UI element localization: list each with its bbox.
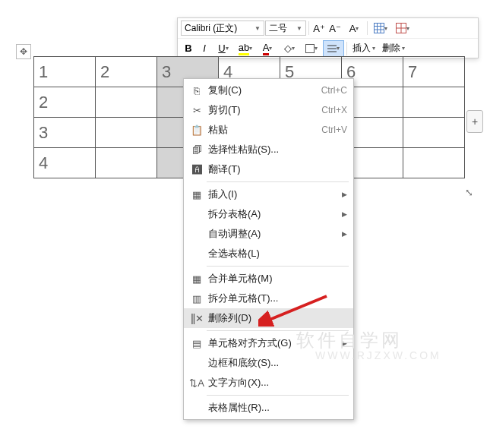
letter-a-icon: A <box>349 23 356 34</box>
plus-icon: + <box>472 115 478 128</box>
bold-button[interactable]: B <box>181 40 196 57</box>
shading-button[interactable]: ◇▾ <box>279 40 300 57</box>
ctx-border-shading[interactable]: 边框和底纹(S)... <box>184 353 353 373</box>
text-direction-icon: ⇅A <box>188 377 205 389</box>
delete-column-icon: ǁ✕ <box>188 313 205 324</box>
font-color-button[interactable]: A▾ <box>257 40 278 57</box>
scissors-icon: ✂ <box>188 105 205 116</box>
add-column-button[interactable]: + <box>466 110 483 133</box>
insert-menu-button[interactable]: 插入▾ <box>349 42 378 55</box>
table-cell[interactable] <box>403 118 465 148</box>
table-delete-icon <box>396 23 406 33</box>
context-separator <box>207 330 349 331</box>
font-color-icon: A <box>263 42 270 55</box>
chevron-down-icon: ▾ <box>384 25 387 32</box>
border-icon <box>305 44 315 53</box>
context-separator <box>207 266 349 267</box>
chevron-down-icon: ▾ <box>372 45 375 52</box>
borders-button[interactable]: ▾ <box>301 40 322 57</box>
chevron-down-icon: ▼ <box>254 25 261 32</box>
chevron-down-icon: ▾ <box>356 25 359 32</box>
svg-rect-0 <box>375 24 384 33</box>
clipboard-special-icon: 🗐 <box>188 144 205 156</box>
svg-line-12 <box>266 296 327 321</box>
move-icon: ✥ <box>20 46 27 57</box>
italic-button[interactable]: I <box>197 40 212 57</box>
mini-toolbar-row-1: Calibri (正文)▼ 二号▼ A⁺ A⁻ A▾ ▾ ▾ <box>178 18 478 38</box>
separator <box>308 21 309 35</box>
chevron-down-icon: ▾ <box>315 45 318 52</box>
table-cell[interactable]: 2 <box>34 87 96 118</box>
floating-mini-toolbar: Calibri (正文)▼ 二号▼ A⁺ A⁻ A▾ ▾ ▾ B I U▾ ab… <box>177 17 479 58</box>
table-cell[interactable] <box>96 148 157 178</box>
chevron-right-icon: ▶ <box>342 230 347 238</box>
separator <box>367 21 368 35</box>
ctx-select-table[interactable]: 全选表格(L) <box>184 244 353 263</box>
ctx-table-properties[interactable]: 表格属性(R)... <box>184 398 353 418</box>
table-cell[interactable]: 7 <box>403 57 465 87</box>
svg-rect-8 <box>306 44 315 52</box>
highlight-button[interactable]: ab▾ <box>235 40 256 57</box>
context-separator <box>207 181 349 182</box>
table-cell[interactable] <box>403 148 465 178</box>
table-insert-dropdown[interactable]: ▾ <box>370 20 391 36</box>
table-delete-dropdown[interactable]: ▾ <box>392 20 413 36</box>
grow-font-button[interactable]: A⁺ <box>311 20 327 36</box>
chevron-down-icon: ▾ <box>337 45 340 52</box>
clipboard-icon: 📋 <box>188 125 205 136</box>
translate-icon: 🅰 <box>188 164 205 175</box>
context-separator <box>207 395 349 396</box>
chevron-right-icon: ▶ <box>342 210 347 218</box>
ctx-text-direction[interactable]: ⇅A 文字方向(X)... <box>184 373 353 393</box>
font-size-value: 二号 <box>269 22 287 35</box>
context-menu: ⎘ 复制(C) Ctrl+C ✂ 剪切(T) Ctrl+X 📋 粘贴 Ctrl+… <box>183 78 354 420</box>
table-cell[interactable] <box>96 87 157 118</box>
chevron-down-icon: ▾ <box>249 45 252 52</box>
ctx-translate[interactable]: 🅰 翻译(T) <box>184 159 353 179</box>
ctx-insert[interactable]: ▦ 插入(I) ▶ <box>184 185 353 204</box>
table-cell[interactable]: 3 <box>34 118 96 148</box>
table-cell[interactable]: 2 <box>96 57 157 87</box>
separator <box>346 42 347 55</box>
paint-bucket-icon: ◇ <box>284 43 292 54</box>
table-icon: ▦ <box>188 189 205 200</box>
align-icon <box>327 45 337 52</box>
chevron-down-icon: ▼ <box>296 25 302 32</box>
chevron-down-icon: ▾ <box>269 45 272 52</box>
chevron-right-icon: ▶ <box>342 191 347 198</box>
chevron-right-icon: ▶ <box>342 339 347 347</box>
underline-button[interactable]: U▾ <box>213 40 234 57</box>
ctx-split-table[interactable]: 拆分表格(A) ▶ <box>184 204 353 224</box>
merge-icon: ▦ <box>188 273 205 285</box>
table-cell[interactable] <box>96 118 157 148</box>
delete-menu-button[interactable]: 删除▾ <box>379 42 408 55</box>
ctx-merge-cells[interactable]: ▦ 合并单元格(M) <box>184 269 353 289</box>
mini-toolbar-row-2: B I U▾ ab▾ A▾ ◇▾ ▾ ▾ 插入▾ 删除▾ <box>178 38 478 58</box>
split-icon: ▥ <box>188 293 205 304</box>
font-name-combo[interactable]: Calibri (正文)▼ <box>181 21 264 36</box>
table-resize-handle[interactable]: ⤡ <box>465 187 473 198</box>
table-icon <box>374 23 384 33</box>
ctx-cell-align[interactable]: ▤ 单元格对齐方式(G) ▶ <box>184 333 353 353</box>
ctx-autofit[interactable]: 自动调整(A) ▶ <box>184 224 353 244</box>
ctx-paste[interactable]: 📋 粘贴 Ctrl+V <box>184 120 353 140</box>
font-name-value: Calibri (正文) <box>185 22 237 35</box>
align-button[interactable]: ▾ <box>323 40 344 57</box>
copy-icon: ⎘ <box>188 85 205 96</box>
ctx-paste-special[interactable]: 🗐 选择性粘贴(S)... <box>184 140 353 159</box>
ctx-copy[interactable]: ⎘ 复制(C) Ctrl+C <box>184 80 353 100</box>
table-move-anchor[interactable]: ✥ <box>16 44 31 59</box>
chevron-down-icon: ▾ <box>406 25 409 32</box>
align-icon: ▤ <box>188 338 205 349</box>
chevron-down-icon: ▾ <box>292 45 295 52</box>
font-style-dropdown[interactable]: A▾ <box>343 20 365 36</box>
ctx-cut[interactable]: ✂ 剪切(T) Ctrl+X <box>184 100 353 120</box>
font-size-combo[interactable]: 二号▼ <box>265 21 306 36</box>
table-cell[interactable]: 1 <box>34 57 96 87</box>
shrink-font-button[interactable]: A⁻ <box>327 20 343 36</box>
highlight-icon: ab <box>239 42 249 55</box>
chevron-down-icon: ▾ <box>402 45 405 52</box>
table-cell[interactable] <box>403 87 465 118</box>
chevron-down-icon: ▾ <box>226 45 229 52</box>
table-cell[interactable]: 4 <box>34 148 96 178</box>
